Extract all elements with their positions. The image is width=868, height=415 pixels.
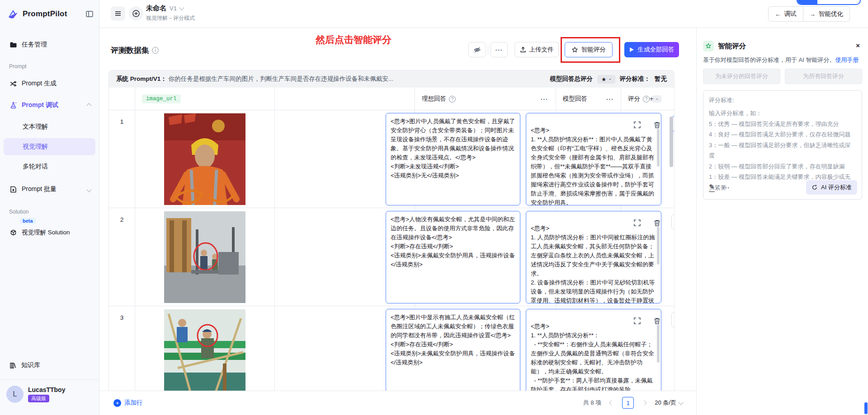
flask-icon bbox=[9, 101, 17, 109]
sidebar-item-text-understanding[interactable]: 文本理解 bbox=[4, 118, 95, 135]
sidebar-item-knowledge-base[interactable]: 知识库 bbox=[4, 357, 95, 374]
cube-icon bbox=[9, 228, 17, 237]
info-icon[interactable]: i bbox=[152, 47, 159, 54]
chevron-down-icon[interactable] bbox=[180, 5, 184, 12]
criteria-label: 评分标准： bbox=[620, 75, 651, 83]
folder-icon bbox=[9, 41, 17, 49]
app-title: PromptPilot bbox=[23, 9, 67, 19]
total-score-value: - bbox=[609, 76, 611, 82]
delete-row-icon[interactable] bbox=[653, 121, 662, 130]
model-answer-text: <思考> 1. **人员防护情况分析**： - **安全帽**：右侧作业人员未佩… bbox=[531, 323, 654, 393]
user-account[interactable]: L LucasTTboy 高级版 bbox=[6, 386, 65, 403]
ideal-answer-cell[interactable]: <思考>图片中显示有施工人员未佩戴安全帽（红色圈注区域的工人未佩戴安全帽）；传绿… bbox=[386, 309, 520, 401]
help-icon[interactable]: ? bbox=[643, 96, 650, 103]
add-column-button[interactable]: + bbox=[649, 94, 654, 103]
sidebar-item-multiturn-dialog[interactable]: 多轮对话 bbox=[4, 158, 95, 175]
sidebar-item-prompt-debug[interactable]: Prompt 调试 bbox=[4, 97, 95, 114]
system-prompt-text: 你的任务是根据生产车间的图片，判断生产车间是否存在违规操作设备和未佩戴安... bbox=[169, 75, 393, 83]
sidebar-item-label: Prompt 批量 bbox=[22, 185, 57, 193]
cell-scrollbar[interactable] bbox=[657, 325, 660, 363]
expand-row-icon[interactable] bbox=[633, 317, 642, 326]
help-icon[interactable]: ? bbox=[449, 96, 456, 103]
criteria-title: 评分标准: bbox=[709, 96, 856, 104]
page-number[interactable]: 1 bbox=[622, 397, 634, 409]
chevron-up-icon[interactable] bbox=[87, 102, 91, 109]
chevron-down-icon[interactable] bbox=[87, 186, 91, 193]
upload-file-button[interactable]: 上传文件 bbox=[514, 42, 559, 57]
ellipsis-icon: ··· bbox=[495, 47, 503, 53]
sidebar-item-vision-understanding[interactable]: 视觉理解 bbox=[4, 138, 95, 155]
table-row: 3 <思考>图片中显示有施工人员未佩戴安全帽（红色圈注区域的工人未佩戴安全帽）；… bbox=[109, 306, 674, 404]
column-image-url[interactable]: image_url bbox=[142, 94, 181, 103]
criteria-more-button[interactable]: ··· bbox=[723, 184, 730, 191]
sidebar-item-label: 多轮对话 bbox=[23, 163, 48, 171]
ai-criteria-button[interactable]: AI 评分标准 bbox=[806, 180, 857, 195]
panel-subtitle: 基于你对模型回答的评分标准，用于 AI 智能评分。 bbox=[703, 56, 835, 63]
generate-all-button[interactable]: 生成全部回答 bbox=[624, 42, 679, 57]
sidebar-item-task-management[interactable]: 任务管理 bbox=[4, 36, 95, 53]
manual-link[interactable]: 使用手册 bbox=[835, 56, 859, 63]
beta-badge: beta bbox=[20, 218, 36, 224]
close-icon[interactable]: × bbox=[856, 42, 860, 49]
table-header-row: image_url 理想回答 ? 模型回答 ··· 评分 ? - ··· + bbox=[109, 88, 674, 110]
doc-title: 未命名 bbox=[146, 4, 166, 13]
add-row-button[interactable]: + 添加行 bbox=[113, 399, 143, 407]
sidebar-section-solution: Solution bbox=[9, 209, 28, 215]
total-score-pill[interactable]: ★ - bbox=[597, 75, 615, 84]
system-prompt-bar[interactable]: 系统 Prompt/V1： 你的任务是根据生产车间的图片，判断生产车间是否存在违… bbox=[109, 70, 674, 88]
annotation-text: 然后点击智能评分 bbox=[316, 33, 392, 46]
magic-icon bbox=[811, 184, 818, 191]
score-unscored-button[interactable]: 为未评分的回答评分 bbox=[703, 69, 780, 84]
ideal-answer-cell[interactable]: <思考>人物没有佩戴安全帽，尤其是中间的和左边的任务。且设备的使用方式非常危险，… bbox=[386, 211, 520, 303]
score-column-menu[interactable]: ··· bbox=[606, 96, 614, 103]
cell-scrollbar[interactable] bbox=[657, 129, 660, 167]
score-all-button[interactable]: 为所有回答评分 bbox=[785, 69, 862, 84]
page-title: 评测数据集 bbox=[111, 45, 149, 56]
upload-icon bbox=[520, 47, 526, 53]
model-column-menu[interactable]: ··· bbox=[541, 96, 548, 103]
app-logo-icon bbox=[7, 8, 19, 20]
clipped-toggle[interactable] bbox=[797, 0, 861, 5]
system-prompt-label: 系统 Prompt/V1： bbox=[116, 75, 167, 83]
cell-scrollbar[interactable] bbox=[657, 227, 660, 265]
debug-tab[interactable]: ← 调试 bbox=[769, 7, 803, 21]
sidebar-item-prompt-batch[interactable]: Prompt 批量 bbox=[4, 181, 95, 198]
next-page-button[interactable] bbox=[638, 397, 650, 409]
books-icon bbox=[9, 362, 17, 369]
delete-row-icon[interactable] bbox=[653, 219, 662, 228]
expand-row-icon[interactable] bbox=[633, 219, 642, 228]
add-button[interactable] bbox=[129, 6, 143, 21]
annotation-highlight-box bbox=[561, 37, 620, 63]
row-image[interactable] bbox=[164, 113, 245, 205]
score-badge[interactable]: - bbox=[652, 95, 661, 103]
prev-page-button[interactable] bbox=[606, 397, 618, 409]
criteria-textarea[interactable]: 评分标准: 输入评分标准，如： 5：优秀 — 模型回答完全满足所有要求，理由充分… bbox=[703, 90, 862, 200]
hide-columns-button[interactable] bbox=[468, 42, 486, 57]
row-image[interactable] bbox=[164, 309, 245, 401]
row-image[interactable] bbox=[164, 211, 245, 303]
page-size-select[interactable]: 20 条/页 bbox=[655, 399, 683, 407]
ideal-answer-cell[interactable]: <思考>图片中人员佩戴了黄色安全帽，且穿戴了安全防护背心（含安全带类装备）；同时… bbox=[386, 113, 520, 205]
delete-row-icon[interactable] bbox=[653, 317, 662, 326]
expand-row-icon[interactable] bbox=[633, 121, 642, 130]
add-row-label: 添加行 bbox=[124, 399, 143, 407]
page-scrollbar-thumb[interactable] bbox=[864, 402, 868, 414]
star-icon: ★ bbox=[601, 76, 606, 83]
avatar[interactable]: L bbox=[6, 386, 24, 403]
upload-file-label: 上传文件 bbox=[529, 46, 554, 54]
edit-icon[interactable]: ✎ bbox=[709, 183, 715, 192]
sidebar-collapse-icon[interactable] bbox=[85, 10, 94, 18]
play-icon bbox=[629, 47, 634, 52]
generate-all-label: 生成全部回答 bbox=[638, 46, 675, 54]
menu-button[interactable] bbox=[111, 6, 125, 21]
more-actions-button[interactable]: ··· bbox=[491, 42, 508, 57]
sidebar-item-prompt-generate[interactable]: Prompt 生成 bbox=[4, 75, 95, 92]
version-label: V1 bbox=[170, 5, 177, 12]
smart-optimize-tab[interactable]: → 智能优化 bbox=[803, 7, 850, 21]
sidebar-item-label: 知识库 bbox=[21, 361, 40, 369]
panel-title: 智能评分 bbox=[718, 42, 746, 51]
sidebar-item-vision-solution[interactable]: 视觉理解 Solution bbox=[4, 224, 95, 241]
table-scrollbar[interactable] bbox=[670, 114, 673, 394]
eval-dataset-table: 系统 Prompt/V1： 你的任务是根据生产车间的图片，判断生产车间是否存在违… bbox=[108, 70, 675, 415]
smart-optimize-tab-label: 智能优化 bbox=[819, 10, 843, 18]
